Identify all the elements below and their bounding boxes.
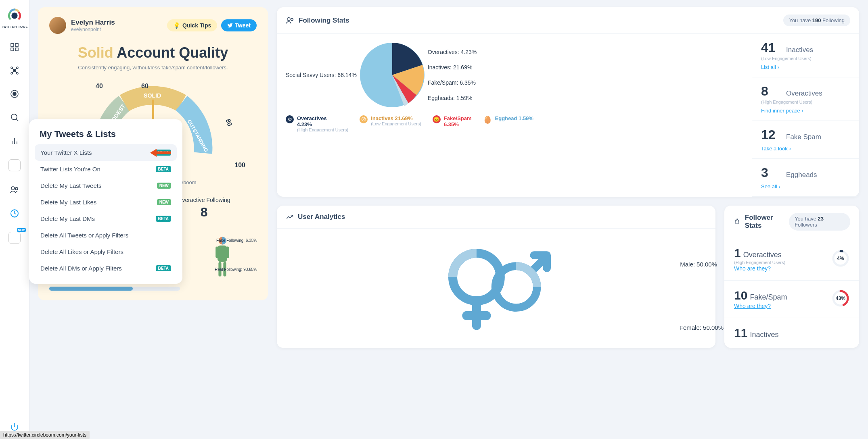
svg-rect-1 [11, 44, 14, 46]
stat-cell: 41Inactives(Low Engagement Users)List al… [752, 34, 859, 77]
svg-point-23 [15, 187, 18, 190]
pie-label-eggheads: Eggheads: 1.59% [428, 95, 477, 101]
flame-icon [733, 218, 741, 226]
popup-item[interactable]: Delete My Last TweetsNEW [35, 177, 177, 194]
follower-stats-title: Follower Stats [733, 214, 789, 230]
follower-link[interactable]: Who are they? [734, 303, 771, 309]
tweets-lists-popup: My Tweets & Lists Your Twitter X ListsBE… [29, 119, 182, 284]
popup-item[interactable]: Delete My Last LikesNEW [35, 194, 177, 210]
svg-rect-34 [218, 246, 227, 262]
pie-label-social: Social Savvy Users: 66.14% [286, 72, 357, 78]
male-label: Male: 50.00% [680, 261, 717, 268]
popup-item[interactable]: Delete All Tweets or Apply Filters [35, 227, 177, 243]
stat-link[interactable]: See all › [761, 183, 780, 189]
users-icon[interactable] [10, 185, 19, 195]
users-group-icon [286, 16, 295, 25]
follower-stat-row: 11Inactives [724, 318, 859, 348]
user-name: Evelyn Harris [71, 19, 115, 27]
brand-label: TWITTER TOOL [1, 25, 28, 29]
popup-item[interactable]: Delete All Likes or Apply Filters [35, 243, 177, 260]
svg-rect-35 [215, 246, 218, 258]
popup-item[interactable]: Delete All DMs or Apply FiltersBETA [35, 260, 177, 277]
follower-link[interactable]: Who are they? [734, 265, 771, 272]
svg-point-15 [13, 92, 16, 96]
pie-label-fakespam: Fake/Spam: 6.35% [428, 79, 477, 86]
egg-icon: 🥚 [483, 115, 492, 124]
hero-title: Solid Account Quality [49, 44, 257, 61]
overactive-following-label: Overactive Following [178, 197, 230, 203]
stat-link[interactable]: Find inner peace › [761, 108, 803, 114]
follower-stats-card: Follower Stats You have 23 Followers 1Ov… [724, 206, 859, 348]
svg-text:SOLID: SOLID [144, 92, 161, 99]
following-stats-title: Following Stats [286, 16, 349, 25]
pie-label-overactives: Overactives: 4.23% [428, 49, 477, 55]
history-icon[interactable] [10, 208, 19, 218]
quick-tips-button[interactable]: 💡 Quick Tips [167, 19, 217, 31]
svg-rect-36 [226, 246, 229, 258]
overactive-following-value: 8 [178, 205, 230, 220]
following-ratio-figure: Fake Following: 6.35% Real Following: 93… [188, 236, 257, 279]
status-bar-url: https://twitter.circleboom.com/your-list… [0, 431, 90, 439]
hero-subtitle: Consistently engaging, without/less fake… [49, 64, 257, 71]
x-twitter-icon[interactable]: NEW [8, 232, 21, 244]
svg-point-40 [291, 18, 293, 21]
follower-stat-row: 10Fake/SpamWho are they?43% [724, 281, 859, 318]
popup-title: My Tweets & Lists [35, 127, 177, 144]
pie-legend: ⚙ Overactives 4.23% (High Engagement Use… [286, 115, 743, 132]
popup-item[interactable]: Your Twitter X ListsBETA [35, 144, 177, 161]
sidebar: TWITTER TOOL NEW [0, 0, 29, 439]
avatar[interactable] [49, 17, 66, 34]
svg-point-22 [11, 187, 15, 190]
tweet-button[interactable]: Tweet [221, 19, 257, 31]
brand: TWITTER TOOL [1, 7, 28, 29]
svg-point-16 [11, 114, 17, 120]
angry-face-icon: 😠 [433, 115, 441, 123]
sad-face-icon: ☹ [360, 115, 368, 123]
gear-face-icon: ⚙ [286, 115, 294, 123]
following-stat-list: 41Inactives(Low Engagement Users)List al… [752, 34, 859, 197]
gender-symbols [442, 237, 551, 336]
stat-cell: 3EggheadsSee all › [752, 159, 859, 197]
follower-stat-row: 1Overactives(High Engagement Users)Who a… [724, 238, 859, 281]
pie-label-inactives: Inactives: 21.69% [428, 64, 477, 71]
stat-cell: 8Overactives(High Engagement Users)Find … [752, 77, 859, 121]
following-stats-card: Following Stats You have 190 Following S… [277, 7, 859, 197]
svg-rect-4 [15, 48, 18, 51]
lightbulb-icon: 💡 [173, 22, 180, 29]
svg-point-39 [287, 17, 290, 20]
stat-cell: 12Fake SpamTake a look › [752, 121, 859, 159]
target-icon[interactable] [10, 89, 19, 99]
stat-link[interactable]: Take a look › [761, 146, 791, 152]
user-analytics-title: User Analytics [286, 213, 345, 221]
svg-rect-3 [11, 48, 14, 51]
following-count-chip: You have 190 Following [783, 15, 850, 26]
analytics-icon[interactable] [10, 136, 19, 146]
stat-link[interactable]: List all › [761, 64, 779, 70]
svg-rect-2 [15, 44, 18, 46]
logo-icon [7, 7, 22, 23]
female-label: Female: 50.00% [680, 324, 724, 331]
popup-item[interactable]: Delete My Last DMsBETA [35, 210, 177, 227]
twitter-icon [227, 23, 233, 28]
trash-icon[interactable] [8, 159, 21, 171]
followers-count-chip: You have 23 Followers [789, 213, 850, 231]
user-analytics-card: User Analytics Male: 5 [277, 206, 715, 348]
dashboard-icon[interactable] [10, 42, 19, 52]
power-icon[interactable] [10, 422, 19, 432]
svg-line-17 [16, 119, 18, 121]
following-pie-chart [360, 43, 425, 107]
new-badge: NEW [17, 228, 26, 232]
chart-icon [286, 213, 294, 221]
svg-point-0 [11, 12, 17, 19]
search-icon[interactable] [10, 112, 19, 122]
user-handle: evelynonpoint [71, 27, 115, 32]
popup-item[interactable]: Twitter Lists You're OnBETA [35, 161, 177, 177]
network-icon[interactable] [10, 66, 19, 75]
